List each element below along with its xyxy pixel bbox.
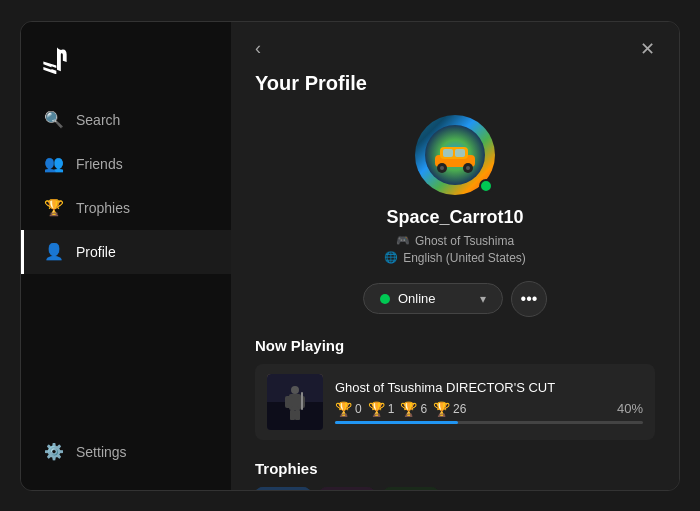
profile-icon: 👤 (44, 242, 64, 262)
bronze-icon: 🏆 (433, 401, 450, 417)
profile-meta: 🎮 Ghost of Tsushima 🌐 English (United St… (384, 234, 526, 265)
app-window: 🔍 Search 👥 Friends 🏆 Trophies 👤 Profile … (20, 21, 680, 491)
game-art-svg (267, 374, 323, 430)
trophy-game-art-2 (319, 487, 375, 490)
gold-count: 1 (388, 402, 395, 416)
profile-center: Space_Carrot10 🎮 Ghost of Tsushima 🌐 Eng… (255, 115, 655, 265)
ps-logo-container (21, 38, 231, 98)
sidebar: 🔍 Search 👥 Friends 🏆 Trophies 👤 Profile … (21, 22, 231, 490)
locale-meta: 🌐 English (United States) (384, 251, 526, 265)
bronze-trophy: 🏆 26 (433, 401, 466, 417)
sidebar-item-trophies[interactable]: 🏆 Trophies (21, 186, 231, 230)
svg-rect-17 (301, 392, 303, 410)
trophies-list (255, 487, 655, 490)
now-playing-title: Now Playing (255, 337, 655, 354)
svg-point-4 (440, 166, 444, 170)
now-playing-game: Ghost of Tsushima (415, 234, 514, 248)
avatar-wrapper (415, 115, 495, 195)
ghost-game-art (267, 374, 323, 430)
sidebar-item-trophies-label: Trophies (76, 200, 130, 216)
sidebar-bottom: ⚙️ Settings (21, 430, 231, 474)
svg-rect-18 (255, 487, 311, 490)
sidebar-item-friends-label: Friends (76, 156, 123, 172)
settings-icon: ⚙️ (44, 442, 64, 462)
trophies-section-title: Trophies (255, 460, 655, 477)
svg-rect-20 (319, 487, 375, 490)
svg-rect-15 (290, 410, 295, 420)
svg-rect-16 (295, 410, 300, 420)
svg-rect-22 (383, 487, 439, 490)
svg-rect-7 (443, 149, 453, 157)
trophy-game-art-3 (383, 487, 439, 490)
chevron-down-icon: ▾ (480, 292, 486, 306)
more-options-button[interactable]: ••• (511, 281, 547, 317)
platinum-count: 0 (355, 402, 362, 416)
trophy-card-1[interactable] (255, 487, 311, 490)
progress-percentage: 40% (617, 401, 643, 416)
status-dropdown[interactable]: Online ▾ (363, 283, 503, 314)
sidebar-item-search[interactable]: 🔍 Search (21, 98, 231, 142)
avatar-image (425, 125, 485, 185)
game-title: Ghost of Tsushima DIRECTOR'S CUT (335, 380, 643, 395)
gold-icon: 🏆 (368, 401, 385, 417)
sidebar-item-search-label: Search (76, 112, 120, 128)
trophies-icon: 🏆 (44, 198, 64, 218)
trophy-card-2[interactable] (319, 487, 375, 490)
sidebar-item-settings[interactable]: ⚙️ Settings (21, 430, 231, 474)
controller-icon: 🎮 (396, 234, 410, 247)
game-info: Ghost of Tsushima DIRECTOR'S CUT 🏆 0 🏆 1 (335, 380, 643, 424)
trophy-game-art-1 (255, 487, 311, 490)
main-content: ‹ ✕ Your Profile (231, 22, 679, 490)
playstation-logo-icon (41, 46, 69, 74)
status-dot (380, 294, 390, 304)
platinum-trophy: 🏆 0 (335, 401, 362, 417)
profile-content: Your Profile (231, 22, 679, 490)
close-button[interactable]: ✕ (632, 34, 663, 64)
svg-rect-13 (285, 396, 293, 408)
svg-point-6 (466, 166, 470, 170)
status-row: Online ▾ ••• (255, 281, 655, 317)
sidebar-item-profile-label: Profile (76, 244, 116, 260)
silver-icon: 🏆 (400, 401, 417, 417)
now-playing-meta: 🎮 Ghost of Tsushima (396, 234, 514, 248)
trophy-row: 🏆 0 🏆 1 🏆 6 (335, 401, 466, 417)
search-icon: 🔍 (44, 110, 64, 130)
game-thumbnail (267, 374, 323, 430)
now-playing-card: Ghost of Tsushima DIRECTOR'S CUT 🏆 0 🏆 1 (255, 364, 655, 440)
status-label: Online (398, 291, 436, 306)
silver-count: 6 (420, 402, 427, 416)
svg-rect-8 (455, 149, 465, 157)
sidebar-item-settings-label: Settings (76, 444, 127, 460)
friends-icon: 👥 (44, 154, 64, 174)
sidebar-item-profile[interactable]: 👤 Profile (21, 230, 231, 274)
username: Space_Carrot10 (386, 207, 523, 228)
silver-trophy: 🏆 6 (400, 401, 427, 417)
top-bar: ‹ ✕ (231, 22, 679, 76)
back-button[interactable]: ‹ (247, 34, 269, 63)
trophy-card-3[interactable] (383, 487, 439, 490)
online-indicator (479, 179, 493, 193)
svg-rect-11 (291, 386, 299, 394)
locale-text: English (United States) (403, 251, 526, 265)
platinum-icon: 🏆 (335, 401, 352, 417)
progress-bar-fill (335, 421, 458, 424)
flag-icon: 🌐 (384, 251, 398, 264)
bronze-count: 26 (453, 402, 466, 416)
sidebar-item-friends[interactable]: 👥 Friends (21, 142, 231, 186)
progress-bar (335, 421, 643, 424)
gold-trophy: 🏆 1 (368, 401, 395, 417)
